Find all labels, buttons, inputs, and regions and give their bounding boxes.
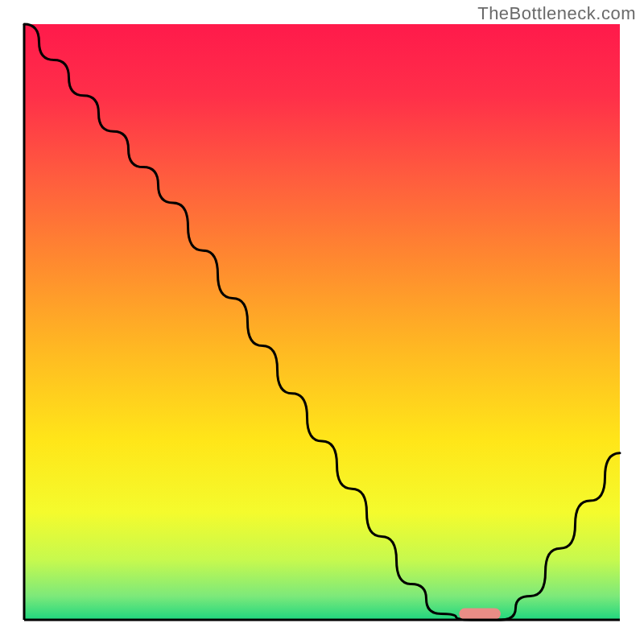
bottleneck-chart — [0, 0, 644, 644]
chart-container: TheBottleneck.com — [0, 0, 644, 644]
optimal-marker — [459, 609, 501, 620]
watermark-text: TheBottleneck.com — [477, 3, 636, 24]
gradient-background — [24, 24, 620, 620]
